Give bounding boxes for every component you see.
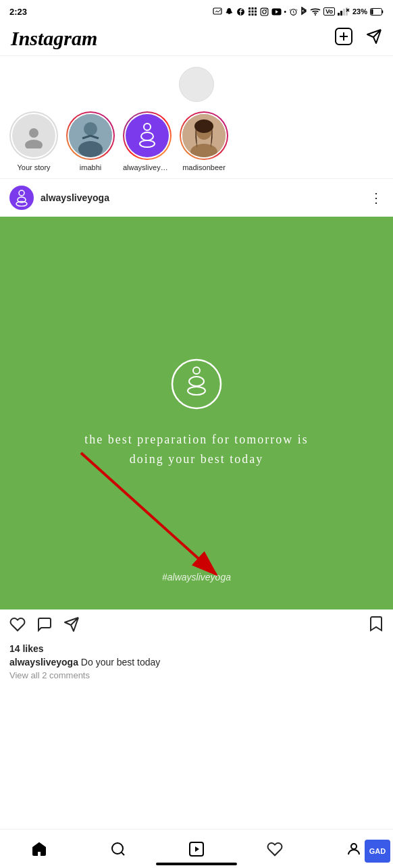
svg-rect-9 — [251, 13, 253, 16]
stories-placeholder — [0, 63, 393, 111]
nav-search-button[interactable] — [99, 836, 137, 863]
madisonbeer-avatar — [182, 114, 226, 157]
story-item-your-story[interactable]: Your story — [9, 111, 58, 171]
svg-rect-5 — [248, 11, 251, 13]
nav-likes-button[interactable] — [256, 836, 294, 863]
your-story-label: Your story — [17, 163, 50, 171]
dm-button[interactable] — [366, 28, 382, 49]
facebook-status-icon — [236, 7, 245, 16]
gad-watermark: GAD — [365, 840, 390, 863]
nav-home-button[interactable] — [20, 836, 58, 863]
wifi-status-icon — [310, 7, 321, 16]
story-item-imabhi[interactable]: imabhi — [66, 111, 115, 171]
svg-point-56 — [351, 844, 357, 849]
svg-point-37 — [141, 132, 153, 140]
snapchat-status-icon — [225, 7, 234, 16]
header-actions — [335, 28, 382, 49]
add-post-button[interactable] — [335, 28, 352, 49]
post-user-avatar — [9, 186, 34, 210]
svg-point-13 — [265, 9, 266, 9]
svg-rect-18 — [338, 13, 340, 16]
volte-status: Vo — [323, 7, 335, 16]
svg-point-30 — [25, 140, 43, 148]
post-actions-left — [9, 616, 80, 636]
svg-point-12 — [262, 9, 265, 13]
story-item-madisonbeer[interactable]: madisonbeer — [180, 111, 228, 171]
heart-icon — [267, 841, 283, 857]
status-bar: 2:23 • Vo — [0, 0, 393, 22]
story-item-alwaysliveyoga[interactable]: alwaysliveyoga — [123, 111, 172, 171]
svg-point-49 — [188, 387, 205, 395]
svg-line-51 — [81, 453, 216, 574]
svg-rect-19 — [340, 11, 342, 16]
svg-point-38 — [140, 140, 155, 147]
battery-icon-status — [370, 8, 384, 16]
madisonbeer-label: madisonbeer — [182, 163, 226, 171]
nav-reels-button[interactable] — [178, 836, 215, 863]
imabhi-avatar — [69, 114, 112, 157]
status-time: 2:23 — [9, 7, 27, 17]
battery-status: 23% — [352, 7, 367, 16]
bookmark-button[interactable] — [369, 616, 384, 636]
home-icon — [31, 841, 47, 857]
svg-rect-10 — [255, 13, 257, 16]
status-icons: • Vo 23% — [213, 7, 384, 16]
reels-icon — [188, 841, 205, 857]
caption-username: alwaysliveyoga — [9, 657, 78, 668]
story-loading-circle — [179, 67, 214, 102]
profile-icon — [346, 841, 362, 857]
like-button[interactable] — [9, 616, 26, 636]
view-comments-button[interactable]: View all 2 comments — [9, 670, 384, 680]
svg-rect-7 — [255, 11, 257, 13]
dot-status: • — [284, 8, 287, 16]
stories-section: Your story — [0, 56, 393, 179]
svg-point-29 — [29, 128, 38, 138]
post-more-button[interactable]: ⋮ — [369, 190, 384, 206]
svg-rect-4 — [255, 7, 257, 9]
svg-rect-2 — [248, 7, 251, 9]
post-info: 14 likes alwaysliveyoga Do your best tod… — [0, 643, 393, 687]
your-story-avatar — [12, 114, 55, 157]
imabhi-label: imabhi — [80, 163, 101, 171]
comment-button[interactable] — [36, 616, 53, 636]
post-image: the best preparation for tomorrow is doi… — [0, 217, 393, 609]
post-hashtag: #alwaysliveyoga — [162, 572, 231, 582]
post-caption: alwaysliveyoga Do your best today — [9, 657, 384, 668]
signal-status-icon — [338, 7, 350, 16]
post-user[interactable]: alwaysliveyoga — [9, 186, 109, 210]
svg-point-47 — [193, 367, 200, 374]
svg-marker-55 — [195, 846, 199, 852]
svg-rect-8 — [248, 13, 251, 16]
post-yoga-logo — [169, 357, 224, 414]
svg-rect-6 — [251, 11, 253, 13]
alarm-status-icon — [289, 7, 298, 16]
instagram-status-icon — [260, 7, 269, 16]
svg-point-52 — [112, 843, 123, 854]
message-status-icon — [213, 7, 222, 16]
caption-text: Do your best today — [81, 657, 161, 668]
svg-point-33 — [78, 141, 103, 157]
svg-rect-20 — [343, 9, 345, 16]
youtube-status-icon — [271, 8, 282, 16]
alwaysliveyoga-avatar — [126, 114, 169, 157]
svg-point-48 — [189, 377, 204, 386]
stories-scroll: Your story — [0, 111, 393, 171]
bluetooth-status-icon — [300, 7, 307, 16]
svg-point-42 — [194, 119, 213, 133]
svg-point-43 — [19, 190, 24, 196]
post-header: alwaysliveyoga ⋮ — [0, 179, 393, 217]
app-header: Instagram — [0, 22, 393, 56]
home-indicator — [156, 863, 237, 865]
post-quote-text: the best preparation for tomorrow is doi… — [82, 430, 311, 469]
likes-count: 14 likes — [9, 643, 384, 654]
svg-rect-3 — [251, 7, 253, 9]
svg-rect-25 — [371, 9, 373, 14]
share-button[interactable] — [63, 616, 80, 636]
alwaysliveyoga-label: alwaysliveyoga — [123, 163, 172, 171]
keyboard-status-icon — [248, 7, 257, 16]
svg-rect-11 — [261, 8, 268, 16]
svg-point-32 — [84, 122, 97, 136]
post-username: alwaysliveyoga — [41, 192, 109, 203]
svg-point-17 — [315, 14, 316, 16]
svg-point-36 — [144, 124, 151, 130]
